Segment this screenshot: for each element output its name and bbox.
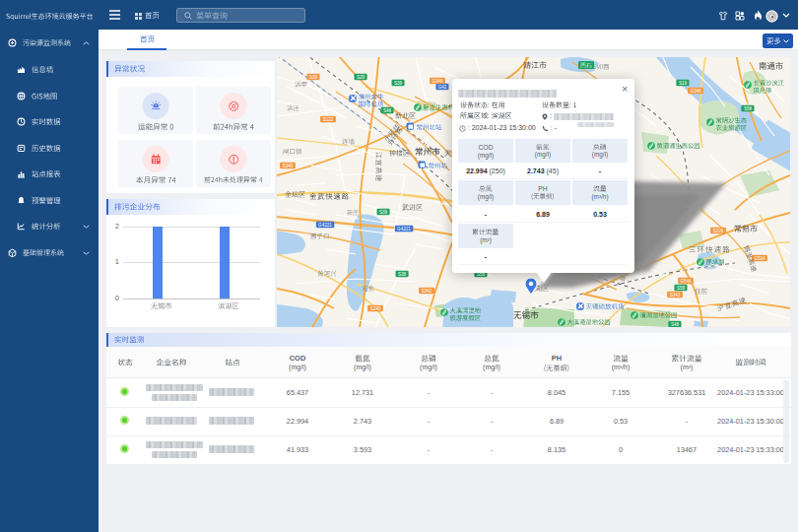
svg-text:S38: S38	[398, 272, 407, 277]
svg-text:S19: S19	[679, 81, 688, 86]
svg-text:S343: S343	[670, 293, 681, 298]
svg-text:S48: S48	[383, 108, 392, 113]
svg-text:S58: S58	[677, 286, 686, 291]
svg-text:S240: S240	[370, 306, 381, 311]
svg-text:S226: S226	[713, 229, 724, 233]
svg-text:S342: S342	[422, 289, 432, 294]
svg-text:S39: S39	[309, 75, 318, 80]
svg-text:G346: G346	[690, 89, 701, 94]
svg-text:G524: G524	[754, 256, 765, 261]
svg-text:S29: S29	[357, 75, 366, 80]
svg-text:G4221: G4221	[318, 223, 332, 228]
svg-text:S340: S340	[283, 164, 294, 168]
svg-text:G42: G42	[438, 85, 447, 90]
svg-text:S122: S122	[323, 117, 334, 122]
svg-text:S39: S39	[394, 81, 403, 86]
svg-text:S39: S39	[379, 210, 388, 215]
svg-text:G546: G546	[680, 279, 692, 284]
svg-text:S48: S48	[671, 322, 680, 327]
svg-text:G4221: G4221	[397, 227, 411, 232]
svg-text:S58: S58	[744, 106, 753, 111]
svg-text:G346: G346	[432, 79, 443, 84]
